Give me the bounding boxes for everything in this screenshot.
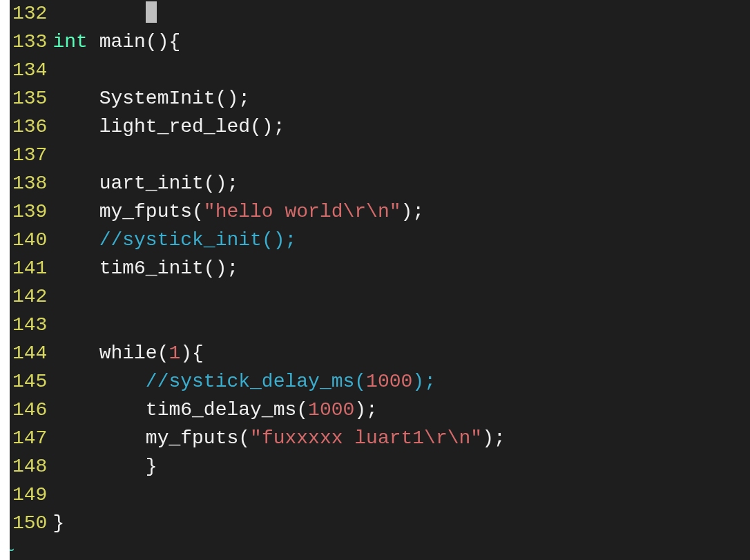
code-token: ); — [412, 371, 436, 392]
code-line[interactable]: int main(){ — [52, 28, 750, 57]
line-number: 141 — [12, 255, 47, 283]
code-token: ); — [354, 399, 378, 421]
code-line[interactable]: tim6_init(); — [52, 255, 750, 283]
code-token: int — [52, 31, 87, 52]
code-token: //systick_delay_ms( — [146, 371, 366, 392]
window-left-edge — [0, 0, 10, 560]
code-token: "hello world\r\n" — [204, 201, 401, 222]
line-number: 139 — [12, 198, 47, 226]
code-area[interactable]: int main(){ SystemInit(); light_red_led(… — [52, 0, 750, 560]
line-number: 136 — [12, 113, 47, 142]
line-number: 138 — [12, 170, 47, 198]
code-token: my_fputs( — [52, 201, 203, 222]
code-line[interactable]: SystemInit(); — [52, 85, 750, 113]
code-line[interactable]: //systick_init(); — [52, 226, 750, 255]
line-number: 147 — [12, 425, 47, 453]
line-number: 134 — [12, 57, 47, 85]
code-line[interactable]: tim6_delay_ms(1000); — [52, 396, 750, 425]
code-line[interactable]: uart_init(); — [52, 170, 750, 198]
code-token: tim6_init(); — [52, 258, 238, 279]
line-number: 145 — [12, 368, 47, 396]
code-token: light_red_led(); — [52, 116, 285, 137]
code-line[interactable] — [52, 0, 750, 28]
line-number: 143 — [12, 311, 47, 340]
line-number: 149 — [12, 481, 47, 510]
line-number-gutter: 1321331341351361371381391401411421431441… — [10, 0, 52, 560]
line-number: 133 — [12, 28, 47, 57]
code-line[interactable] — [52, 481, 750, 510]
line-number: 146 — [12, 396, 47, 425]
code-token — [52, 371, 145, 392]
code-token: 1 — [169, 342, 180, 364]
code-line[interactable] — [52, 57, 750, 85]
code-token: "fuxxxxx luart1\r\n" — [250, 427, 482, 449]
code-token: } — [52, 456, 157, 477]
code-token: 1000 — [308, 399, 354, 421]
code-token: while( — [52, 342, 169, 364]
code-token: } — [52, 512, 64, 534]
code-token: ); — [401, 201, 425, 222]
line-number: 150 — [12, 510, 47, 538]
code-token: main(){ — [88, 31, 180, 52]
code-line[interactable]: my_fputs("fuxxxxx luart1\r\n"); — [52, 425, 750, 453]
code-token: tim6_delay_ms( — [52, 399, 308, 421]
line-number: 148 — [12, 453, 47, 481]
code-line[interactable] — [52, 283, 750, 311]
line-number: 132 — [12, 0, 47, 28]
code-line[interactable]: //systick_delay_ms(1000); — [52, 368, 750, 396]
code-token: //systick_init(); — [99, 229, 297, 251]
line-number: 135 — [12, 85, 47, 113]
code-token: ){ — [180, 342, 204, 364]
code-line[interactable]: while(1){ — [52, 340, 750, 368]
end-of-buffer-tilde: ~ — [3, 538, 750, 560]
code-token — [52, 229, 99, 251]
code-editor[interactable]: 1321331341351361371381391401411421431441… — [10, 0, 750, 560]
code-token: SystemInit(); — [52, 88, 250, 109]
line-number: 137 — [12, 142, 47, 170]
code-token: ); — [482, 427, 506, 449]
text-cursor — [146, 1, 157, 23]
code-token: uart_init(); — [52, 173, 238, 194]
code-line[interactable]: } — [52, 453, 750, 481]
code-line[interactable]: light_red_led(); — [52, 113, 750, 142]
line-number: 140 — [12, 226, 47, 255]
code-line[interactable] — [52, 311, 750, 340]
code-line[interactable] — [52, 142, 750, 170]
code-line[interactable]: } — [52, 510, 750, 538]
code-line[interactable]: my_fputs("hello world\r\n"); — [52, 198, 750, 226]
line-number: 144 — [12, 340, 47, 368]
line-number: 142 — [12, 283, 47, 311]
code-token: 1000 — [366, 371, 412, 392]
code-token: my_fputs( — [52, 427, 250, 449]
code-token — [52, 3, 145, 24]
